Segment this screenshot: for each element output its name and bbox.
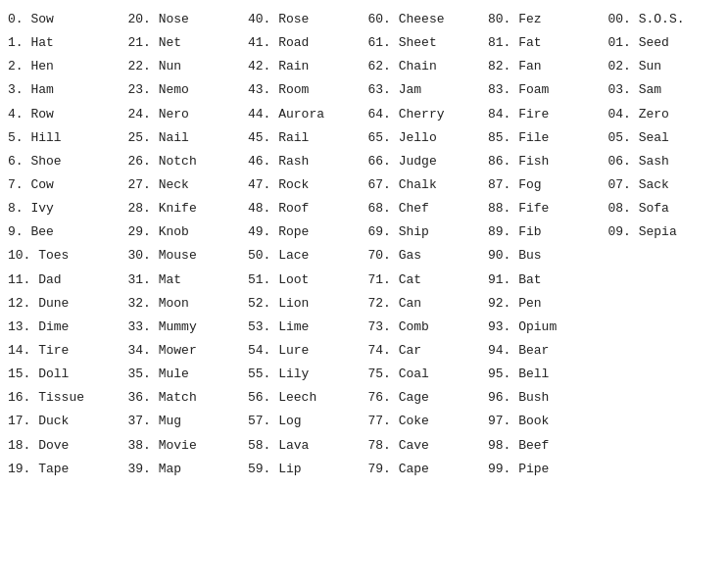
list-item: 83. Foam [484,78,605,102]
list-item [605,279,725,283]
list-item: 82. Fan [484,55,605,78]
list-item: 62. Chain [364,55,485,78]
list-item: 34. Mower [124,339,245,363]
list-item: 11. Dad [4,269,124,292]
column-col1: 20. Nose21. Net22. Nun23. Nemo24. Nero25… [124,8,245,501]
list-item: 78. Cave [364,434,485,458]
column-col4: 80. Fez81. Fat82. Fan83. Foam84. Fire85.… [484,8,605,501]
list-item: 09. Sepia [605,220,725,244]
list-item: 57. Log [244,410,364,433]
list-item: 63. Jam [364,78,485,102]
list-item: 99. Pipe [484,458,605,481]
list-item: 26. Notch [124,150,245,173]
list-item: 72. Can [364,292,485,316]
list-item: 10. Toes [4,244,124,268]
list-item: 67. Chalk [364,173,485,197]
list-item: 3. Ham [4,78,124,102]
list-item: 32. Moon [124,292,245,316]
list-item: 50. Lace [244,244,364,268]
list-item: 61. Sheet [364,31,485,55]
list-item: 97. Book [484,410,605,433]
list-item: 81. Fat [484,31,605,55]
list-item: 31. Mat [124,269,245,292]
list-item: 19. Tape [4,458,124,481]
list-item: 96. Bush [484,386,605,410]
list-item: 36. Match [124,386,245,410]
list-item: 86. Fish [484,150,605,173]
list-item: 65. Jello [364,126,485,150]
list-item: 4. Row [4,103,124,126]
list-item: 45. Rail [244,126,364,150]
list-item: 55. Lily [244,363,364,386]
list-item: 49. Rope [244,220,364,244]
list-item: 64. Cherry [364,103,485,126]
list-item: 66. Judge [364,150,485,173]
list-item: 68. Chef [364,197,485,220]
list-item: 93. Opium [484,316,605,339]
list-item: 02. Sun [605,55,725,78]
list-item: 14. Tire [4,339,124,363]
list-item: 80. Fez [484,8,605,31]
list-item: 16. Tissue [4,386,124,410]
list-item: 44. Aurora [244,103,364,126]
list-item: 91. Bat [484,269,605,292]
list-item: 22. Nun [124,55,245,78]
list-item: 33. Mummy [124,316,245,339]
column-col2: 40. Rose41. Road42. Rain43. Room44. Auro… [244,8,364,501]
list-item: 84. Fire [484,103,605,126]
list-item: 54. Lure [244,339,364,363]
list-item: 7. Cow [4,173,124,197]
list-item: 13. Dime [4,316,124,339]
list-item: 41. Road [244,31,364,55]
list-item: 17. Duck [4,410,124,433]
list-item: 40. Rose [244,8,364,31]
list-item: 60. Cheese [364,8,485,31]
list-item [484,497,605,501]
list-item: 37. Mug [124,410,245,433]
list-item: 48. Roof [244,197,364,220]
list-item: 5. Hill [4,126,124,150]
list-item: 06. Sash [605,150,725,173]
list-item: 38. Movie [124,434,245,458]
list-item: 90. Bus [484,244,605,268]
list-item: 47. Rock [244,173,364,197]
list-item: 71. Cat [364,269,485,292]
list-item: 8. Ivy [4,197,124,220]
list-item: 25. Nail [124,126,245,150]
list-item: 58. Lava [244,434,364,458]
list-item: 00. S.O.S. [605,8,725,31]
list-item: 79. Cape [364,458,485,481]
list-item: 52. Lion [244,292,364,316]
list-item: 69. Ship [364,220,485,244]
list-item: 15. Doll [4,363,124,386]
list-item: 51. Loot [244,269,364,292]
list-item: 29. Knob [124,220,245,244]
list-item: 03. Sam [605,78,725,102]
list-item: 07. Sack [605,173,725,197]
list-item: 01. Seed [605,31,725,55]
list-item: 73. Comb [364,316,485,339]
list-item: 43. Room [244,78,364,102]
list-item: 04. Zero [605,103,725,126]
column-col5: 00. S.O.S.01. Seed02. Sun03. Sam04. Zero… [605,8,725,501]
list-item: 95. Bell [484,363,605,386]
main-table: 0. Sow1. Hat2. Hen3. Ham4. Row5. Hill6. … [0,0,728,509]
list-item: 30. Mouse [124,244,245,268]
column-col3: 60. Cheese61. Sheet62. Chain63. Jam64. C… [364,8,485,501]
list-item: 92. Pen [484,292,605,316]
list-item: 87. Fog [484,173,605,197]
list-item: 1. Hat [4,31,124,55]
list-item: 27. Neck [124,173,245,197]
list-item: 6. Shoe [4,150,124,173]
list-item: 76. Cage [364,386,485,410]
list-item: 42. Rain [244,55,364,78]
list-item: 2. Hen [4,55,124,78]
list-item: 18. Dove [4,434,124,458]
list-item: 23. Nemo [124,78,245,102]
list-item: 94. Bear [484,339,605,363]
list-item: 88. Fife [484,197,605,220]
list-item: 56. Leech [244,386,364,410]
list-item: 39. Map [124,458,245,481]
list-item: 0. Sow [4,8,124,31]
list-item: 20. Nose [124,8,245,31]
